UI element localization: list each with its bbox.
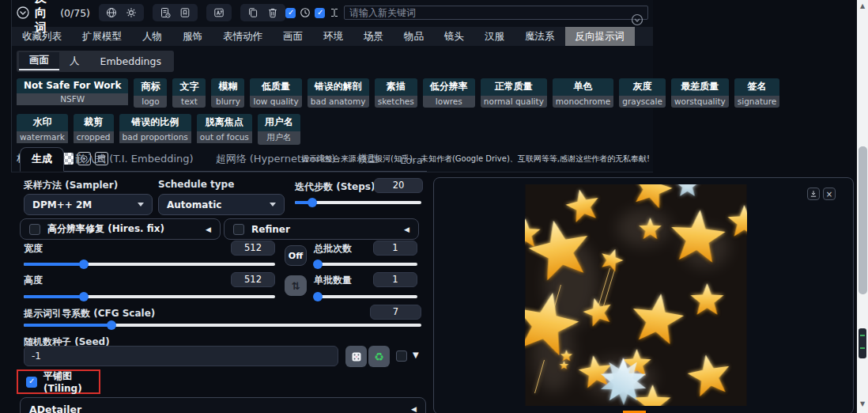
tag-normal-quality[interactable]: 正常质量normal quality [481,78,547,108]
schedule-selected-value: Automatic [167,199,221,210]
cfg-slider[interactable] [24,324,421,327]
globe-icon[interactable] [106,7,117,18]
tab-favorites[interactable]: 收藏列表 [12,27,72,46]
page-scrollbar[interactable]: ▲ ▼ [857,0,868,413]
sampler-dropdown[interactable]: DPM++ 2M [24,194,153,215]
collapse-chevron-icon[interactable] [16,6,30,20]
download-image-button[interactable] [807,188,820,200]
subtab-embeddings[interactable]: Embeddings [90,54,172,69]
document-history-icon[interactable] [160,7,171,18]
batch-count-slider[interactable] [314,263,417,266]
tab-objects[interactable]: 物品 [394,27,434,46]
hires-fix-accordion[interactable]: 高分辨率修复 (Hires. fix) ◀ [20,218,221,240]
seed-input[interactable] [24,346,338,366]
tab-scene-style[interactable]: 画面 [273,27,313,46]
height-label: 高度 [24,274,43,287]
tab-expressions[interactable]: 表情动作 [213,27,273,46]
tab-magic[interactable]: 魔法系 [515,27,565,46]
category-tab-bar: 收藏列表 扩展模型 人物 服饰 表情动作 画面 环境 场景 物品 镜头 汉服 魔… [12,27,653,46]
new-keyword-input[interactable] [344,6,648,20]
text-cursor-icon[interactable] [329,7,340,18]
tag-username[interactable]: 用户名用户名 [258,114,300,145]
adetailer-accordion[interactable]: ADetailer ◀ [20,397,426,413]
random-seed-dice-button[interactable] [345,346,367,367]
scrollbar-thumb[interactable] [859,146,867,294]
tab-hypernetworks[interactable]: 超网络 (Hypernetworks) [205,148,347,171]
scroll-down-icon[interactable]: ▼ [857,400,868,407]
schedule-dropdown[interactable]: Automatic [158,194,285,215]
tag-text[interactable]: 文字text [172,78,206,108]
tag-sketches[interactable]: 素描sketches [375,78,417,108]
tag-worstquality[interactable]: 最差质量worstquality [671,78,729,108]
tag-bad-anatomy[interactable]: 错误的解剖bad anatomy [308,78,369,108]
refiner-checkbox[interactable] [233,224,244,235]
tag-lowres[interactable]: 低分辨率lowres [423,78,475,108]
tag-cropped[interactable]: 裁剪cropped [74,114,114,145]
search-controls [285,6,653,20]
scroll-up-icon[interactable]: ▲ [857,2,868,9]
tab-environment[interactable]: 环境 [313,27,353,46]
gear-icon[interactable] [126,7,137,18]
tab-clothing[interactable]: 服饰 [172,27,213,46]
height-value[interactable]: 512 [231,272,275,287]
seed-options-caret-icon[interactable]: ▼ [413,350,419,359]
tag-watermark[interactable]: 水印watermark [17,114,68,145]
accordion-arrow-icon: ◀ [206,225,211,233]
chevron-down-icon [270,203,276,206]
tab-model[interactable]: 模型 [346,148,389,171]
copy-icon[interactable] [247,7,259,18]
batch-count-value[interactable]: 1 [373,241,417,256]
generator-tab-bar: 生成 嵌入式 (T.I. Embedding) 超网络 (Hypernetwor… [20,149,427,172]
sub-tab-bar: 画面 人 Embeddings [17,51,174,72]
tag-out-of-focus[interactable]: 脱离焦点out of focus [197,114,252,145]
accordion-arrow-icon: ◀ [411,405,417,413]
steps-value[interactable]: 20 [374,178,423,193]
subtab-scene[interactable]: 画面 [19,52,59,70]
width-value[interactable]: 512 [231,241,275,256]
close-preview-button[interactable]: × [823,188,836,200]
subtab-person[interactable]: 人 [59,53,90,70]
tab-ti-embedding[interactable]: 嵌入式 (T.I. Embedding) [64,148,205,171]
batch-size-value[interactable]: 1 [373,272,417,287]
sampler-selected-value: DPM++ 2M [32,199,92,210]
batch-size-slider[interactable] [314,295,417,298]
hires-fix-checkbox[interactable] [29,224,40,235]
reuse-seed-recycle-button[interactable]: ♻ [368,346,390,367]
history-clock-icon[interactable] [300,7,311,18]
prompt-helper-panel: 反向词 (0/75) [11,0,653,172]
width-slider[interactable] [24,263,275,266]
off-button[interactable]: Off [285,245,307,266]
tag-monochrome[interactable]: 单色monochrome [553,78,613,108]
tab-camera[interactable]: 镜头 [434,27,474,46]
trash-icon[interactable] [267,7,278,18]
tag-logo[interactable]: 商标logo [134,78,167,108]
tag-blurry[interactable]: 模糊blurry [211,78,244,108]
steps-slider[interactable] [295,201,421,204]
bookmark-card-icon[interactable] [179,7,191,18]
hires-fix-label: 高分辨率修复 (Hires. fix) [47,222,164,236]
tag-nsfw[interactable]: Not Safe For WorkNSFW [17,78,128,108]
translate-icon[interactable] [213,7,225,18]
tab-negative-prompt[interactable]: 反向提示词 [565,27,636,46]
tiling-checkbox[interactable] [26,377,37,388]
icon-group-translate [206,4,232,21]
cfg-value[interactable]: 7 [370,305,421,320]
refiner-accordion[interactable]: Refiner ◀ [224,218,419,240]
filter-checkbox-2[interactable] [315,8,325,18]
tab-scene[interactable]: 场景 [353,27,394,46]
seed-extra-checkbox[interactable] [396,350,407,362]
tag-low-quality[interactable]: 低质量low quality [250,78,301,108]
tab-generate[interactable]: 生成 [20,147,64,172]
tab-extended-models[interactable]: 扩展模型 [72,27,132,46]
tag-bad-proportions[interactable]: 错误的比例bad proportions [119,114,191,145]
tab-characters[interactable]: 人物 [132,27,172,46]
swap-dimensions-button[interactable]: ⇅ [285,275,307,296]
filter-checkbox-1[interactable] [285,8,296,18]
tab-lora[interactable]: Lora [389,150,433,171]
tag-grayscale[interactable]: 灰度grayscale [619,78,666,108]
tab-hanfu[interactable]: 汉服 [474,27,515,46]
panel-collapse-icon[interactable] [631,13,643,26]
height-slider[interactable] [24,295,275,298]
tag-signature[interactable]: 签名signature [734,78,779,108]
image-preview-panel: × [433,177,854,413]
